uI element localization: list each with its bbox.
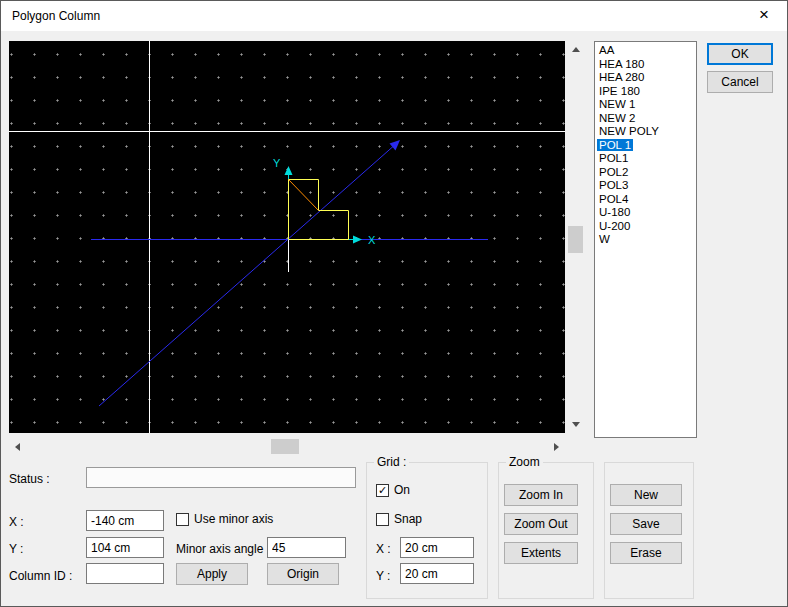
grid-group-title: Grid : <box>374 455 409 469</box>
minor-axis-line <box>99 143 397 406</box>
canvas-horizontal-scrollbar[interactable] <box>9 438 565 455</box>
close-icon: × <box>759 5 769 24</box>
canvas-drawing: Y X <box>9 41 565 433</box>
use-minor-axis-checkbox-box <box>176 513 189 526</box>
zoom-in-button[interactable]: Zoom In <box>504 484 578 506</box>
grid-x-input[interactable] <box>400 537 474 558</box>
status-field <box>86 467 356 488</box>
list-item[interactable]: NEW 1 <box>595 98 696 112</box>
grid-y-input[interactable] <box>400 563 474 584</box>
list-item[interactable]: POL 1 <box>595 139 696 153</box>
vertical-scroll-thumb[interactable] <box>568 226 583 253</box>
right-arrow-icon <box>554 443 559 451</box>
list-item[interactable]: W <box>595 233 696 247</box>
up-arrow-icon <box>572 47 580 52</box>
x-axis-arrowhead <box>353 236 362 244</box>
zoom-out-button[interactable]: Zoom Out <box>504 513 578 535</box>
grid-on-checkbox-box: ✓ <box>376 484 389 497</box>
grid-on-checkbox[interactable]: ✓ On <box>376 483 410 497</box>
grid-snap-checkbox-box <box>376 513 389 526</box>
list-item[interactable]: HEA 180 <box>595 58 696 72</box>
column-id-label: Column ID : <box>9 569 72 584</box>
grid-y-label: Y : <box>376 569 390 584</box>
list-item[interactable]: U-200 <box>595 220 696 234</box>
down-arrow-icon <box>572 422 580 427</box>
minor-axis-angle-input[interactable] <box>267 537 346 558</box>
extents-button[interactable]: Extents <box>504 542 578 564</box>
minor-axis-arrowhead <box>390 140 401 151</box>
list-item[interactable]: IPE 180 <box>595 85 696 99</box>
y-axis-arrowhead <box>285 166 293 175</box>
grid-x-label: X : <box>376 542 391 557</box>
left-arrow-icon <box>15 443 20 451</box>
drawing-canvas[interactable]: Y X <box>9 41 565 433</box>
canvas-vertical-scrollbar[interactable] <box>567 41 584 433</box>
grid-on-label: On <box>394 483 410 497</box>
x-label: X : <box>9 515 24 530</box>
list-item[interactable]: HEA 280 <box>595 71 696 85</box>
list-item[interactable]: POL1 <box>595 152 696 166</box>
list-item[interactable]: POL3 <box>595 179 696 193</box>
grid-snap-label: Snap <box>394 512 422 526</box>
scroll-right-button[interactable] <box>548 438 565 455</box>
list-item[interactable]: NEW POLY <box>595 125 696 139</box>
use-minor-axis-label: Use minor axis <box>194 512 273 526</box>
list-item[interactable]: AA <box>595 44 696 58</box>
close-button[interactable]: × <box>741 1 787 31</box>
origin-button[interactable]: Origin <box>267 563 339 585</box>
grid-snap-checkbox[interactable]: Snap <box>376 512 422 526</box>
scroll-left-button[interactable] <box>9 438 26 455</box>
x-axis-label: X <box>368 234 376 246</box>
title-bar: Polygon Column × <box>1 1 787 31</box>
new-button[interactable]: New <box>610 484 682 506</box>
y-axis-label: Y <box>273 157 281 169</box>
erase-button[interactable]: Erase <box>610 542 682 564</box>
y-input[interactable] <box>86 537 164 558</box>
scroll-down-button[interactable] <box>567 416 584 433</box>
window-title: Polygon Column <box>12 1 100 31</box>
zoom-group-title: Zoom <box>506 455 543 469</box>
scroll-up-button[interactable] <box>567 41 584 58</box>
y-label: Y : <box>9 542 23 557</box>
status-label: Status : <box>9 472 50 487</box>
column-id-input[interactable] <box>86 563 164 584</box>
list-item[interactable]: POL4 <box>595 193 696 207</box>
list-item[interactable]: NEW 2 <box>595 112 696 126</box>
minor-axis-angle-label: Minor axis angle : <box>176 542 270 557</box>
horizontal-scroll-thumb[interactable] <box>271 439 299 454</box>
save-button[interactable]: Save <box>610 513 682 535</box>
x-input[interactable] <box>86 510 164 531</box>
polygon-section-diagonal <box>289 180 319 211</box>
cancel-button[interactable]: Cancel <box>707 71 773 93</box>
list-item[interactable]: POL2 <box>595 166 696 180</box>
apply-button[interactable]: Apply <box>176 563 248 585</box>
list-item[interactable]: U-180 <box>595 206 696 220</box>
use-minor-axis-checkbox[interactable]: Use minor axis <box>176 512 273 526</box>
ok-button[interactable]: OK <box>707 43 773 65</box>
section-list[interactable]: AAHEA 180HEA 280IPE 180NEW 1NEW 2NEW POL… <box>594 41 697 438</box>
polygon-column-dialog: Polygon Column × Y X <box>0 0 788 607</box>
